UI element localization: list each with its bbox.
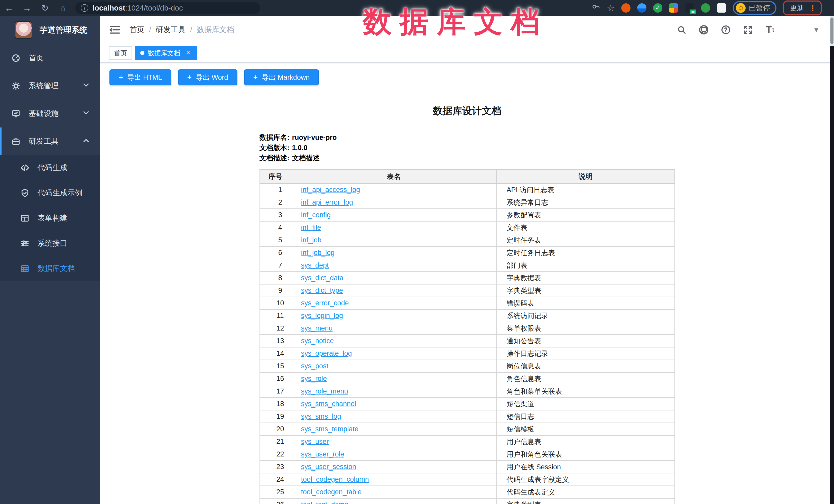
export-markdown-button[interactable]: + 导出 Markdown	[244, 69, 319, 85]
browser-back-icon[interactable]: ←	[0, 0, 18, 16]
table-name-link[interactable]: inf_api_access_log	[301, 186, 360, 194]
profile-paused-chip[interactable]: ☺ 已暂停	[733, 1, 776, 15]
row-description: 定时任务日志表	[497, 246, 675, 259]
button-label: 导出 Word	[196, 73, 228, 82]
browser-update-button[interactable]: 更新 ⋮	[783, 1, 822, 16]
app-logo-row[interactable]: 芋道管理系统	[0, 16, 100, 44]
help-icon[interactable]	[720, 24, 732, 36]
row-index: 12	[260, 322, 291, 335]
table-name-link[interactable]: sys_menu	[301, 324, 333, 332]
table-row: 16 sys_role 角色信息表	[260, 372, 675, 385]
extension-icon-orange[interactable]	[621, 3, 631, 13]
table-name-link[interactable]: inf_file	[301, 224, 321, 231]
table-name-link[interactable]: sys_sms_channel	[301, 400, 356, 408]
table-name-link[interactable]: sys_role	[301, 375, 327, 382]
breadcrumb-home[interactable]: 首页	[130, 25, 145, 35]
sidebar-item-home[interactable]: 首页	[0, 44, 100, 72]
table-name-link[interactable]: sys_sms_log	[301, 413, 341, 420]
meta-doc-description: 文档描述:文档描述	[260, 153, 675, 163]
chevron-down-icon[interactable]: ▼	[813, 26, 819, 34]
breadcrumb-dev-tools[interactable]: 研发工具	[156, 25, 185, 35]
close-icon[interactable]: ×	[184, 49, 192, 57]
sidebar-item-system-api[interactable]: 系统接口	[0, 231, 100, 256]
fullscreen-icon[interactable]	[742, 24, 754, 36]
url-path: :1024/tool/db-doc	[125, 4, 183, 12]
table-name-link[interactable]: sys_sms_template	[301, 425, 359, 433]
table-name-link[interactable]: inf_job_log	[301, 249, 335, 257]
extension-icon-green-check[interactable]: ✓	[653, 3, 662, 13]
row-index: 20	[260, 423, 291, 435]
sidebar-item-label: 基础设施	[29, 108, 59, 119]
sidebar-item-infrastructure[interactable]: 基础设施	[0, 100, 100, 128]
browser-home-icon[interactable]: ⌂	[54, 0, 72, 16]
sidebar-item-code-generation[interactable]: 代码生成	[0, 155, 100, 180]
toolbox-icon	[11, 136, 21, 147]
sidebar-item-form-builder[interactable]: 表单构建	[0, 205, 100, 231]
table-name-link[interactable]: sys_role_menu	[301, 387, 348, 395]
table-name-link[interactable]: sys_notice	[301, 337, 334, 345]
table-name-link[interactable]: sys_post	[301, 362, 329, 370]
table-name-link[interactable]: inf_job	[301, 236, 322, 244]
scrollbar-thumb[interactable]	[830, 18, 833, 44]
table-name-link[interactable]: tool_codegen_table	[301, 488, 362, 496]
page-scrollbar[interactable]	[830, 16, 834, 504]
browser-forward-icon[interactable]: →	[18, 0, 36, 16]
table-name-link[interactable]: sys_user_session	[301, 463, 356, 470]
row-index: 14	[260, 347, 291, 360]
row-description: 角色信息表	[497, 372, 675, 385]
row-table-name-cell: sys_dict_data	[291, 272, 497, 284]
address-bar[interactable]: i localhost:1024/tool/db-doc	[75, 2, 260, 14]
browser-menu-icon[interactable]: ⋮	[809, 4, 817, 13]
row-description: 部门表	[497, 259, 675, 272]
table-name-link[interactable]: sys_operate_log	[301, 350, 352, 357]
row-index: 23	[260, 461, 291, 473]
meta-value: 文档描述	[292, 154, 320, 162]
table-name-link[interactable]: inf_config	[301, 211, 331, 219]
font-size-icon[interactable]: Tt	[764, 24, 776, 36]
sidebar-item-system-management[interactable]: 系统管理	[0, 72, 100, 100]
row-description: 用户在线 Session	[497, 461, 675, 473]
github-icon[interactable]	[698, 24, 710, 36]
sidebar-item-label: 代码生成	[38, 163, 67, 173]
row-table-name-cell: tool_test_demo	[291, 498, 497, 504]
table-name-link[interactable]: sys_dict_type	[301, 287, 343, 294]
table-row: 1 inf_api_access_log API 访问日志表	[260, 183, 675, 196]
site-info-icon[interactable]: i	[81, 4, 88, 12]
bookmark-star-icon[interactable]: ☆	[607, 0, 615, 16]
meta-label: 文档版本:	[260, 144, 289, 152]
key-icon[interactable]	[591, 0, 600, 16]
table-name-link[interactable]: sys_dict_data	[301, 274, 344, 282]
extension-icon-green[interactable]	[701, 3, 710, 13]
extension-puzzle-icon[interactable]	[717, 3, 726, 13]
table-name-link[interactable]: sys_user	[301, 438, 329, 445]
table-name-link[interactable]: tool_codegen_column	[301, 476, 369, 483]
table-name-link[interactable]: tool_test_demo	[301, 501, 349, 504]
row-description: 系统访问记录	[497, 309, 675, 322]
sidebar-item-codegen-example[interactable]: 代码生成示例	[0, 180, 100, 205]
search-icon[interactable]	[676, 24, 687, 36]
user-avatar[interactable]	[786, 22, 803, 38]
table-name-link[interactable]: sys_login_log	[301, 312, 343, 320]
row-index: 1	[260, 183, 291, 196]
table-name-link[interactable]: sys_error_code	[301, 299, 349, 307]
sidebar-collapse-icon[interactable]	[109, 25, 121, 35]
sidebar-item-db-doc[interactable]: 数据库文档	[0, 256, 100, 281]
browser-reload-icon[interactable]: ↻	[36, 0, 54, 16]
export-word-button[interactable]: + 导出 Word	[178, 69, 237, 85]
extension-icon-stack[interactable]: on	[685, 3, 694, 13]
meta-value: 1.0.0	[292, 144, 308, 152]
app-logo-avatar	[15, 21, 32, 39]
row-table-name-cell: sys_sms_log	[291, 410, 497, 423]
table-row: 18 sys_sms_channel 短信渠道	[260, 398, 675, 410]
table-name-link[interactable]: sys_dept	[301, 261, 329, 269]
meta-label: 数据库名:	[260, 134, 289, 141]
sidebar-item-dev-tools[interactable]: 研发工具	[0, 128, 100, 155]
extension-icon-grid[interactable]	[669, 3, 678, 13]
export-html-button[interactable]: + 导出 HTML	[109, 69, 171, 85]
table-name-link[interactable]: inf_api_error_log	[301, 198, 353, 206]
tag-home[interactable]: 首页	[109, 46, 132, 60]
extension-icon-blue-pin[interactable]	[637, 3, 646, 13]
tag-label: 数据库文档	[148, 49, 180, 57]
tag-db-doc[interactable]: 数据库文档 ×	[135, 46, 197, 60]
table-name-link[interactable]: sys_user_role	[301, 450, 344, 458]
